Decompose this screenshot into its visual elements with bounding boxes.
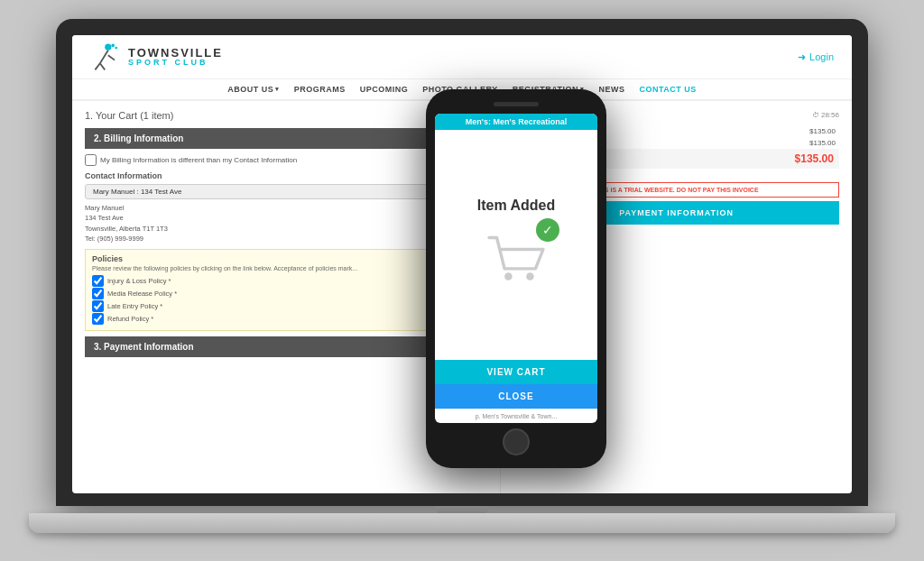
total-amount: $135.00 bbox=[795, 152, 834, 165]
phone-home-button[interactable] bbox=[503, 428, 530, 455]
svg-point-1 bbox=[111, 44, 115, 48]
svg-point-7 bbox=[504, 272, 513, 280]
nav-contact-us[interactable]: CONTACT US bbox=[640, 85, 697, 94]
phone-content: Item Added ✓ bbox=[435, 130, 597, 360]
laptop-body: TOWNSVILLE SPORT CLUB ➜ Login ABOUT US ▾ bbox=[56, 19, 868, 506]
policies-desc: Please review the following policies by … bbox=[92, 265, 480, 271]
svg-line-4 bbox=[108, 55, 115, 60]
svg-line-5 bbox=[100, 63, 105, 69]
view-cart-button[interactable]: VIEW CART bbox=[435, 360, 597, 384]
billing-checkbox-label: My Billing Information is different than… bbox=[100, 156, 297, 164]
login-icon: ➜ bbox=[798, 51, 806, 63]
nav-news[interactable]: NEWS bbox=[599, 85, 625, 94]
phone-bottom-text: p. Men's Townsville & Town... bbox=[435, 409, 597, 423]
svg-line-3 bbox=[100, 51, 108, 63]
policy-injury-label: Injury & Loss Policy * bbox=[107, 277, 171, 285]
billing-different-checkbox[interactable] bbox=[85, 154, 97, 166]
phone-top-bar: Men's: Men's Recreational bbox=[435, 114, 597, 130]
svg-point-0 bbox=[105, 44, 111, 51]
login-button[interactable]: ➜ Login bbox=[798, 51, 834, 63]
contact-select[interactable]: Mary Manuel : 134 Test Ave bbox=[85, 184, 476, 199]
top-bar: TOWNSVILLE SPORT CLUB ➜ Login bbox=[72, 35, 852, 79]
subtotal-amount: $135.00 bbox=[809, 139, 836, 147]
nav-about-us[interactable]: ABOUT US ▾ bbox=[227, 85, 280, 94]
policies-title: Policies bbox=[92, 254, 480, 263]
policy-late-entry-checkbox[interactable] bbox=[92, 300, 104, 312]
phone-speaker bbox=[494, 102, 539, 106]
policy-media-checkbox[interactable] bbox=[92, 288, 104, 299]
clock-icon: ⏱ bbox=[812, 111, 819, 119]
policy-media-label: Media Release Policy * bbox=[107, 290, 177, 298]
login-label: Login bbox=[809, 51, 834, 62]
policy-refund: Refund Policy * bbox=[92, 313, 480, 325]
events-amount: $135.00 bbox=[809, 127, 836, 135]
cart-icon-area: ✓ bbox=[476, 221, 557, 293]
policy-late-entry-label: Late Entry Policy * bbox=[107, 302, 162, 310]
policy-refund-checkbox[interactable] bbox=[92, 313, 104, 325]
timer-value: 28:56 bbox=[821, 111, 839, 119]
svg-point-8 bbox=[526, 272, 534, 280]
laptop-device: TOWNSVILLE SPORT CLUB ➜ Login ABOUT US ▾ bbox=[56, 19, 868, 542]
item-added-title: Item Added bbox=[477, 198, 556, 214]
laptop-base bbox=[29, 513, 895, 533]
svg-point-2 bbox=[115, 47, 117, 50]
logo-area: TOWNSVILLE SPORT CLUB bbox=[90, 41, 223, 73]
policy-refund-label: Refund Policy * bbox=[107, 315, 153, 323]
nav-upcoming[interactable]: UPCOMING bbox=[360, 85, 409, 94]
check-circle-icon: ✓ bbox=[534, 216, 561, 244]
policy-injury: Injury & Loss Policy * bbox=[92, 275, 480, 287]
policy-late-entry: Late Entry Policy * bbox=[92, 300, 480, 312]
logo-sportclub: SPORT CLUB bbox=[128, 59, 223, 67]
timer-badge: ⏱ 28:56 bbox=[812, 111, 839, 119]
policy-injury-checkbox[interactable] bbox=[92, 275, 104, 287]
policy-media: Media Release Policy * bbox=[92, 288, 480, 299]
laptop-notch bbox=[435, 506, 489, 513]
laptop-screen: TOWNSVILLE SPORT CLUB ➜ Login ABOUT US ▾ bbox=[72, 35, 852, 493]
phone-device: Men's: Men's Recreational Item Added ✓ bbox=[426, 89, 606, 468]
logo-icon bbox=[90, 41, 123, 73]
svg-line-6 bbox=[95, 63, 99, 69]
logo-text: TOWNSVILLE SPORT CLUB bbox=[128, 47, 223, 67]
chevron-down-icon: ▾ bbox=[275, 86, 280, 93]
close-button[interactable]: CLOSE bbox=[435, 384, 597, 409]
nav-programs[interactable]: PROGRAMS bbox=[294, 85, 346, 94]
phone-screen: Men's: Men's Recreational Item Added ✓ bbox=[435, 114, 597, 423]
